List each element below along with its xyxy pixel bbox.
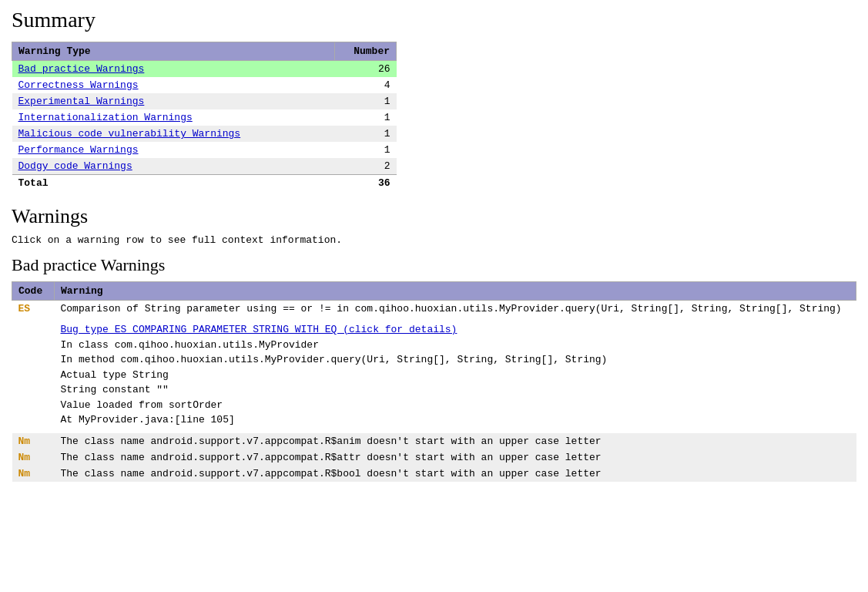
detail-line: At MyProvider.java:[line 105] xyxy=(61,412,850,428)
summary-row[interactable]: Experimental Warnings1 xyxy=(12,93,397,109)
summary-row[interactable]: Dodgy code Warnings2 xyxy=(12,158,397,175)
warn-col-warning: Warning xyxy=(55,282,856,301)
summary-table: Warning Type Number Bad practice Warning… xyxy=(12,42,397,191)
warning-text: The class name android.support.v7.appcom… xyxy=(55,433,856,449)
warn-col-code: Code xyxy=(12,282,55,301)
summary-row-value: 1 xyxy=(335,142,397,158)
detail-line: Value loaded from sortOrder xyxy=(61,398,850,413)
summary-row-link[interactable]: Dodgy code Warnings xyxy=(18,160,132,172)
summary-row-link[interactable]: Experimental Warnings xyxy=(18,96,145,107)
bug-type-link[interactable]: Bug type ES_COMPARING_PARAMETER_STRING_W… xyxy=(61,324,457,335)
warnings-table: Code Warning ESComparison of String para… xyxy=(12,281,856,482)
detail-line: String constant "" xyxy=(61,382,850,398)
summary-row-label: Internationalization Warnings xyxy=(12,109,335,126)
summary-row-link[interactable]: Performance Warnings xyxy=(18,144,139,156)
bad-practice-title: Bad practice Warnings xyxy=(12,255,856,275)
summary-row-label: Experimental Warnings xyxy=(12,93,335,109)
summary-row[interactable]: Internationalization Warnings1 xyxy=(12,109,397,126)
summary-total-label: Total xyxy=(12,175,335,192)
summary-row-value: 2 xyxy=(335,158,397,175)
warning-code: ES xyxy=(12,301,55,318)
summary-row[interactable]: Performance Warnings1 xyxy=(12,142,397,158)
summary-col-number: Number xyxy=(335,42,397,61)
summary-row-label: Bad practice Warnings xyxy=(12,61,335,78)
table-row: Bug type ES_COMPARING_PARAMETER_STRING_W… xyxy=(12,317,856,433)
summary-row-link[interactable]: Correctness Warnings xyxy=(18,79,139,91)
warnings-title: Warnings xyxy=(12,205,856,228)
table-row[interactable]: NmThe class name android.support.v7.appc… xyxy=(12,433,856,449)
summary-row-link[interactable]: Internationalization Warnings xyxy=(18,112,193,123)
summary-row-label: Performance Warnings xyxy=(12,142,335,158)
detail-line: In method com.qihoo.huoxian.utils.MyProv… xyxy=(61,352,850,368)
warning-code: Nm xyxy=(12,449,55,466)
summary-row-link[interactable]: Malicious code vulnerability Warnings xyxy=(18,128,241,140)
summary-total-value: 36 xyxy=(335,175,397,192)
detail-line: Actual type String xyxy=(61,368,850,383)
summary-row-value: 1 xyxy=(335,126,397,142)
summary-row-label: Dodgy code Warnings xyxy=(12,158,335,175)
summary-row[interactable]: Malicious code vulnerability Warnings1 xyxy=(12,126,397,142)
warning-text: The class name android.support.v7.appcom… xyxy=(55,449,856,466)
warning-code: Nm xyxy=(12,433,55,449)
summary-row-link[interactable]: Bad practice Warnings xyxy=(18,63,145,75)
summary-title: Summary xyxy=(12,8,856,32)
warning-detail: Bug type ES_COMPARING_PARAMETER_STRING_W… xyxy=(55,317,856,433)
summary-col-type: Warning Type xyxy=(12,42,335,61)
summary-row-value: 1 xyxy=(335,109,397,126)
table-row[interactable]: NmThe class name android.support.v7.appc… xyxy=(12,449,856,466)
summary-row-value: 4 xyxy=(335,77,397,93)
summary-row[interactable]: Correctness Warnings4 xyxy=(12,77,397,93)
detail-line: In class com.qihoo.huoxian.utils.MyProvi… xyxy=(61,338,850,353)
summary-row-value: 26 xyxy=(335,61,397,78)
table-row[interactable]: NmThe class name android.support.v7.appc… xyxy=(12,466,856,482)
table-row[interactable]: ESComparison of String parameter using =… xyxy=(12,301,856,318)
click-info: Click on a warning row to see full conte… xyxy=(12,234,856,246)
detail-block: Bug type ES_COMPARING_PARAMETER_STRING_W… xyxy=(61,319,850,431)
warning-code-empty xyxy=(12,317,55,433)
warning-code: Nm xyxy=(12,466,55,482)
summary-row[interactable]: Bad practice Warnings26 xyxy=(12,61,397,78)
warning-text: The class name android.support.v7.appcom… xyxy=(55,466,856,482)
summary-row-label: Correctness Warnings xyxy=(12,77,335,93)
warning-text: Comparison of String parameter using == … xyxy=(55,301,856,318)
summary-total-row: Total36 xyxy=(12,175,397,192)
summary-row-label: Malicious code vulnerability Warnings xyxy=(12,126,335,142)
summary-row-value: 1 xyxy=(335,93,397,109)
